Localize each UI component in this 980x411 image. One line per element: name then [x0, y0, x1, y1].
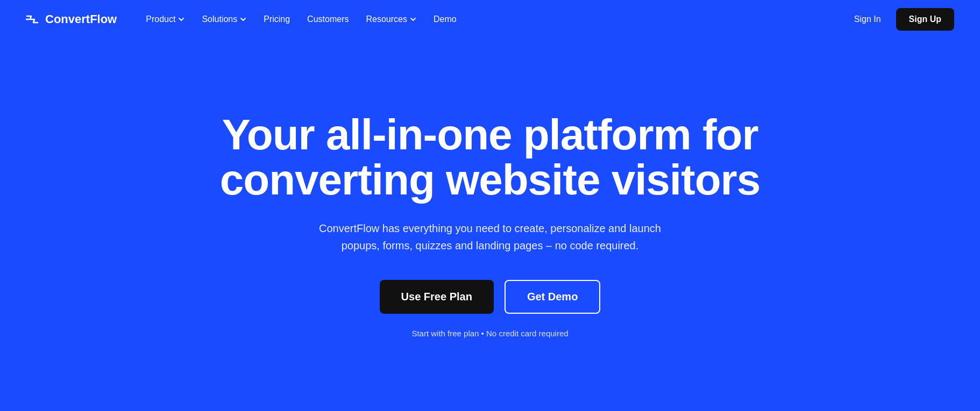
get-demo-button[interactable]: Get Demo	[505, 280, 600, 314]
nav-link-resources[interactable]: Resources	[358, 10, 423, 28]
nav-links: Product Solutions Pricing	[138, 10, 464, 28]
nav-item-customers[interactable]: Customers	[300, 10, 356, 28]
signup-button[interactable]: Sign Up	[896, 8, 954, 31]
chevron-down-icon	[410, 16, 416, 23]
convertflow-logo-icon	[26, 13, 41, 25]
nav-item-pricing[interactable]: Pricing	[256, 10, 297, 28]
navbar: ConvertFlow Product Solutions	[0, 0, 980, 39]
hero-subtitle: ConvertFlow has everything you need to c…	[307, 220, 673, 254]
nav-link-customers[interactable]: Customers	[300, 10, 356, 28]
hero-title: Your all-in-one platform for converting …	[194, 112, 786, 203]
signin-link[interactable]: Sign In	[846, 10, 890, 28]
nav-item-solutions[interactable]: Solutions	[194, 10, 254, 28]
navbar-left: ConvertFlow Product Solutions	[26, 10, 464, 28]
chevron-down-icon	[240, 16, 246, 23]
logo[interactable]: ConvertFlow	[26, 12, 117, 26]
nav-link-pricing[interactable]: Pricing	[256, 10, 297, 28]
nav-link-solutions[interactable]: Solutions	[194, 10, 254, 28]
nav-link-product[interactable]: Product	[138, 10, 192, 28]
hero-footnote: Start with free plan • No credit card re…	[411, 329, 568, 338]
logo-text: ConvertFlow	[45, 12, 117, 26]
hero-section: Your all-in-one platform for converting …	[0, 39, 980, 411]
chevron-down-icon	[178, 16, 184, 23]
hero-buttons: Use Free Plan Get Demo	[380, 280, 601, 314]
nav-item-demo[interactable]: Demo	[426, 10, 464, 28]
nav-item-resources[interactable]: Resources	[358, 10, 423, 28]
nav-item-product[interactable]: Product	[138, 10, 192, 28]
navbar-right: Sign In Sign Up	[846, 8, 954, 31]
use-free-plan-button[interactable]: Use Free Plan	[380, 280, 494, 314]
nav-link-demo[interactable]: Demo	[426, 10, 464, 28]
